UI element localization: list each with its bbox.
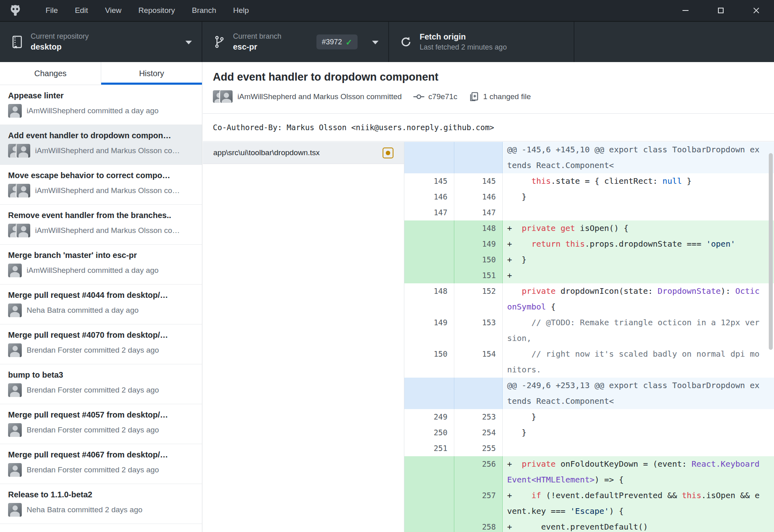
menu-view[interactable]: View [96, 0, 130, 21]
menu-edit[interactable]: Edit [67, 0, 97, 21]
tab-history[interactable]: History [101, 62, 202, 85]
changed-file-icon [468, 91, 479, 102]
repo-icon [10, 35, 24, 49]
diff-gutter-old [404, 268, 454, 283]
commit-sha[interactable]: c79e71c [429, 92, 458, 101]
commit-list-meta: Neha Batra committed a day ago [8, 303, 196, 317]
commit-list-item[interactable]: bump to beta3Brendan Forster committed 2… [0, 364, 202, 404]
code-line: + private get isOpen() { [507, 220, 774, 236]
commit-list-item[interactable]: Move escape behavior to correct compo…iA… [0, 165, 202, 205]
diff-view: app\src\ui\toolbar\dropdown.tsx @@ -145,… [203, 142, 774, 532]
diff-gutter-old: 147 [404, 205, 454, 220]
current-branch-button[interactable]: Current branch esc-pr #3972 ✓ [202, 22, 389, 62]
menu-repository[interactable]: Repository [130, 0, 183, 21]
diff-code: // right now it's scaled badly on normal… [503, 346, 774, 378]
diff-gutter-old: 149 [404, 315, 454, 346]
menu-help[interactable]: Help [225, 0, 257, 21]
diff-code: + [503, 268, 774, 283]
diff-gutter-new: 256 [454, 456, 503, 488]
diff-gutter-new: 148 [454, 220, 503, 236]
diff-row: 150+ } [404, 252, 774, 268]
commit-list-item[interactable]: Merge pull request #4044 from desktop/…N… [0, 285, 202, 324]
scrollbar-thumb[interactable] [769, 153, 773, 350]
diff-row: 257+ if (!event.defaultPrevented && this… [404, 488, 774, 519]
commit-avatars [8, 423, 22, 437]
commit-avatars [8, 383, 22, 397]
commit-list-item[interactable]: Remove event handler from the branches..… [0, 205, 202, 245]
diff-gutter-new: 254 [454, 425, 503, 441]
close-button[interactable] [739, 0, 774, 21]
code-line: tends React.Component< [507, 393, 774, 409]
diff-gutter-new: 150 [454, 252, 503, 268]
pull-request-number: #3972 [322, 38, 342, 46]
code-line: vent.key === 'Escape') { [507, 503, 774, 519]
commit-list-title: Merge pull request #4070 from desktop/… [8, 330, 196, 340]
code-line: @@ -145,6 +145,10 @@ export class Toolba… [507, 142, 774, 158]
avatar [17, 144, 30, 158]
commit-list-item[interactable]: Merge branch 'master' into esc-priAmWill… [0, 245, 202, 285]
commit-list-subtitle: iAmWillShepherd committed a day ago [27, 106, 158, 115]
commit-list-title: Merge branch 'master' into esc-pr [8, 251, 196, 260]
diff-gutter-old: 145 [404, 173, 454, 189]
commit-list-item[interactable]: Merge pull request #4057 from desktop/…B… [0, 404, 202, 444]
diff-code [503, 205, 774, 220]
current-branch-value: esc-pr [233, 42, 281, 52]
diff-gutter-new: 153 [454, 315, 503, 346]
diff-code: + return this.props.dropdownState === 'o… [503, 236, 774, 252]
commit-list-title: Merge pull request #4057 from desktop/… [8, 410, 196, 420]
maximize-button[interactable] [703, 0, 739, 21]
pull-request-badge[interactable]: #3972 ✓ [316, 35, 358, 50]
diff-code: + private get isOpen() { [503, 220, 774, 236]
fetch-origin-subtitle: Last fetched 2 minutes ago [420, 43, 507, 52]
diff-row: @@ -249,6 +253,13 @@ export class Toolba… [404, 378, 774, 409]
commit-list-item[interactable]: Add event handler to dropdown compon…iAm… [0, 125, 202, 165]
code-line: this.state = { clientRect: null } [507, 173, 774, 189]
commit-list-item[interactable]: Release to 1.1.0-beta2Neha Batra committ… [0, 484, 202, 524]
diff-gutter-old: 150 [404, 346, 454, 378]
diff-code: } [503, 425, 774, 441]
diff-row: 147147 [404, 205, 774, 220]
diff-gutter-old: 249 [404, 409, 454, 425]
minimize-button[interactable] [668, 0, 703, 21]
commit-avatars [8, 303, 22, 317]
diff-code [503, 441, 774, 456]
toolbar: Current repository desktop Current branc… [0, 21, 774, 62]
commit-avatars [8, 343, 22, 357]
avatar [8, 503, 22, 517]
code-line [507, 441, 774, 456]
file-list-item[interactable]: app\src\ui\toolbar\dropdown.tsx [203, 142, 404, 164]
commit-list-meta: iAmWillShepherd and Markus Olsson co… [8, 224, 196, 237]
current-repository-label: Current repository [31, 32, 89, 41]
current-repository-button[interactable]: Current repository desktop [0, 22, 202, 62]
commit-list-subtitle: iAmWillShepherd committed a day ago [27, 266, 158, 275]
diff-rows: @@ -145,6 +145,10 @@ export class Toolba… [404, 142, 774, 532]
fetch-origin-button[interactable]: Fetch origin Last fetched 2 minutes ago [389, 22, 574, 62]
commit-list-item[interactable]: Appease linteriAmWillShepherd committed … [0, 85, 202, 125]
commit-list-meta: Brendan Forster committed 2 days ago [8, 423, 196, 437]
code-line: } [507, 425, 774, 441]
menu-branch[interactable]: Branch [183, 0, 225, 21]
code-line: + if (!event.defaultPrevented && this.is… [507, 488, 774, 503]
commit-history-list: Appease linteriAmWillShepherd committed … [0, 85, 202, 524]
diff-gutter-new: 154 [454, 346, 503, 378]
diff-gutter-old: 251 [404, 441, 454, 456]
avatar [8, 423, 22, 437]
code-line: private dropdownIcon(state: DropdownStat… [507, 283, 774, 299]
diff-code: } [503, 189, 774, 205]
code-line: @@ -249,6 +253,13 @@ export class Toolba… [507, 378, 774, 393]
commit-list-item[interactable]: Merge pull request #4067 from desktop/…B… [0, 444, 202, 484]
commit-avatars [8, 224, 30, 237]
commit-avatars [8, 144, 30, 158]
commit-summary-header: Add event handler to dropdown component … [203, 62, 774, 114]
file-modified-icon [383, 148, 393, 158]
code-line: // @TODO: Remake triangle octicon in a 1… [507, 315, 774, 330]
menu-file[interactable]: File [37, 0, 67, 21]
code-line [507, 205, 774, 220]
commit-list-title: bump to beta3 [8, 370, 196, 380]
diff-gutter-old [404, 142, 454, 173]
tab-changes[interactable]: Changes [0, 62, 101, 85]
diff-row: 256+ private onFoldoutKeyDown = (event: … [404, 456, 774, 488]
avatar [17, 184, 30, 197]
avatar [220, 90, 233, 103]
commit-list-item[interactable]: Merge pull request #4070 from desktop/…B… [0, 324, 202, 364]
